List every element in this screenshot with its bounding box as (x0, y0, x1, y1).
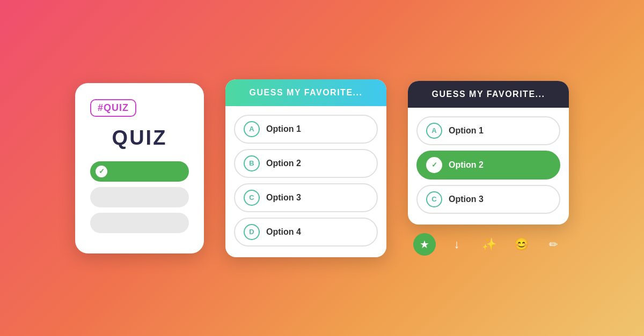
quiz-title: QUIZ (90, 126, 189, 150)
option3-label-2: Option 2 (449, 160, 484, 170)
option3-letter-A: A (426, 123, 442, 139)
quiz-checkmark-icon: ✓ (96, 166, 107, 177)
main-container: #QUIZ QUIZ ✓ GUESS MY FAVORITE... A Opti… (0, 79, 644, 257)
guess-card3-option-2[interactable]: ✓ Option 2 (416, 151, 560, 180)
star-icon-button[interactable]: ★ (413, 233, 436, 256)
guess-card-2-body: A Option 1 B Option 2 C Option 3 D Optio… (225, 106, 386, 257)
option3-label-3: Option 3 (449, 195, 484, 204)
quiz-badge-text: #QUIZ (98, 102, 129, 113)
right-section: GUESS MY FAVORITE... A Option 1 ✓ Option… (408, 81, 569, 256)
option3-letter-B-check: ✓ (426, 157, 442, 173)
pencil-icon-button[interactable]: ✏ (542, 233, 565, 256)
option-label-2: Option 2 (266, 159, 301, 168)
quiz-option-bar-2[interactable] (90, 187, 189, 207)
guess-card2-option-2[interactable]: B Option 2 (234, 149, 378, 178)
guess-card-3-body: A Option 1 ✓ Option 2 C Option 3 (408, 108, 569, 225)
option-letter-A: A (244, 121, 260, 137)
quiz-badge: #QUIZ (90, 99, 136, 117)
quiz-option-bar-3[interactable] (90, 213, 189, 233)
option-letter-C: C (244, 190, 260, 206)
guess-card-2: GUESS MY FAVORITE... A Option 1 B Option… (225, 79, 386, 257)
option3-letter-C: C (426, 191, 442, 207)
option-label-3: Option 3 (266, 193, 301, 203)
guess-card2-option-3[interactable]: C Option 3 (234, 183, 378, 212)
guess-card-3-title: GUESS MY FAVORITE... (432, 89, 545, 99)
option3-label-1: Option 1 (449, 126, 484, 136)
guess-card-3: GUESS MY FAVORITE... A Option 1 ✓ Option… (408, 81, 569, 225)
option-label-4: Option 4 (266, 227, 301, 237)
guess-card-2-title: GUESS MY FAVORITE... (250, 88, 363, 97)
sparkle-face-icon-button[interactable]: ✨ (478, 233, 500, 256)
guess-card-3-header: GUESS MY FAVORITE... (408, 81, 569, 108)
option-letter-B: B (244, 155, 260, 171)
bottom-icons-bar: ★ ↓ ✨ 😊 ✏ (408, 233, 565, 256)
guess-card2-option-4[interactable]: D Option 4 (234, 218, 378, 247)
guess-card3-option-3[interactable]: C Option 3 (416, 185, 560, 214)
quiz-option-bar-1[interactable]: ✓ (90, 161, 189, 182)
guess-card3-option-1[interactable]: A Option 1 (416, 116, 560, 145)
quiz-card: #QUIZ QUIZ ✓ (75, 83, 204, 253)
option-letter-D: D (244, 224, 260, 240)
option-label-1: Option 1 (266, 124, 301, 134)
guess-card2-option-1[interactable]: A Option 1 (234, 115, 378, 144)
download-icon-button[interactable]: ↓ (445, 233, 468, 256)
face-mask-icon-button[interactable]: 😊 (510, 233, 532, 256)
guess-card-2-header: GUESS MY FAVORITE... (225, 79, 386, 106)
